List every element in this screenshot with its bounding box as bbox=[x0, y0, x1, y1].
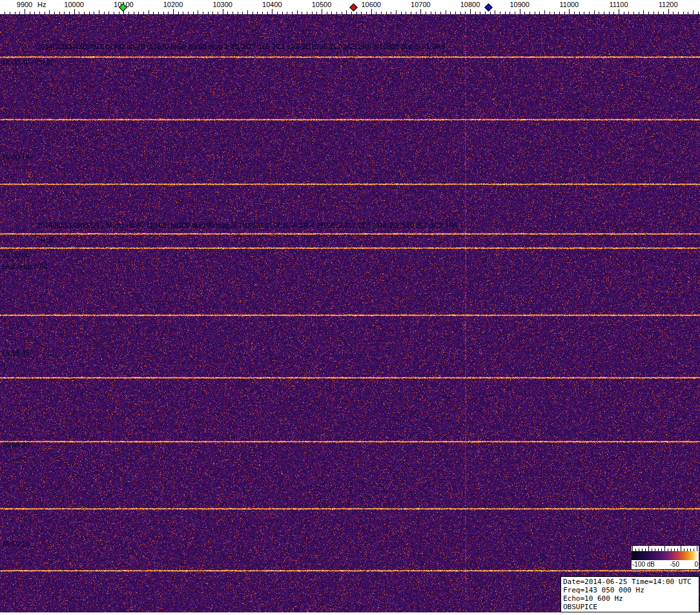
info-freq-line: Freq=143 050 000 Hz bbox=[563, 586, 697, 594]
colorbar-label-max: 0 bbox=[694, 560, 698, 569]
ruler-tick bbox=[173, 9, 174, 14]
ruler-tick bbox=[371, 9, 372, 14]
ruler-label: 10500 bbox=[312, 1, 332, 8]
colorbar-gradient bbox=[632, 546, 699, 560]
info-box: Date=2014-06-25 Time=14:00 UTC Freq=143 … bbox=[561, 576, 699, 612]
ruler-label: 10800 bbox=[460, 1, 480, 8]
info-station-line: OBSUPICE bbox=[563, 603, 697, 611]
ruler-tick bbox=[668, 9, 669, 14]
info-date-line: Date=2014-06-25 Time=14:00 UTC bbox=[563, 578, 697, 586]
colorbar-label-min: -100 dB bbox=[632, 560, 655, 569]
colorbar-labels: -100 dB -50 0 bbox=[632, 560, 699, 569]
ruler-tick bbox=[223, 9, 223, 14]
ruler-label: 11000 bbox=[559, 1, 579, 8]
ruler-unit-label: Hz bbox=[37, 1, 46, 8]
ruler-tick bbox=[272, 9, 273, 14]
amplitude-colorbar: -100 dB -50 0 bbox=[632, 546, 699, 569]
ruler-tick bbox=[470, 9, 471, 14]
ruler-label: 10000 bbox=[64, 1, 84, 8]
spectrogram-window: 9900100001010010200103001040010500106001… bbox=[0, 0, 700, 615]
ruler-label: 10300 bbox=[212, 1, 232, 8]
waterfall-display[interactable]: 20140625140029916 hCnt2 nb-70 f10830 hit… bbox=[0, 14, 700, 612]
ruler-tick bbox=[569, 9, 570, 14]
ruler-label: 9900 bbox=[17, 1, 32, 8]
ruler-label: 11200 bbox=[659, 1, 678, 8]
spectrogram-canvas[interactable] bbox=[0, 14, 700, 612]
colorbar-label-mid: -50 bbox=[670, 560, 679, 569]
ruler-tick bbox=[322, 9, 322, 14]
info-echo-line: Echo=10 600 Hz bbox=[563, 594, 697, 603]
ruler-label: 10200 bbox=[163, 1, 183, 8]
marker-red-diamond[interactable] bbox=[349, 3, 358, 12]
ruler-label: 10400 bbox=[262, 1, 282, 8]
ruler-tick bbox=[74, 9, 75, 14]
ruler-tick bbox=[520, 9, 520, 14]
marker-blue-diamond[interactable] bbox=[484, 3, 493, 12]
ruler-label: 10600 bbox=[361, 1, 381, 8]
ruler-tick bbox=[25, 9, 25, 14]
ruler-tick bbox=[420, 9, 421, 14]
ruler-label: 10700 bbox=[411, 1, 431, 8]
ruler-tick bbox=[619, 9, 619, 14]
ruler-label: 11100 bbox=[610, 1, 628, 8]
frequency-ruler[interactable]: 9900100001010010200103001040010500106001… bbox=[0, 0, 700, 14]
ruler-label: 10900 bbox=[510, 1, 530, 8]
